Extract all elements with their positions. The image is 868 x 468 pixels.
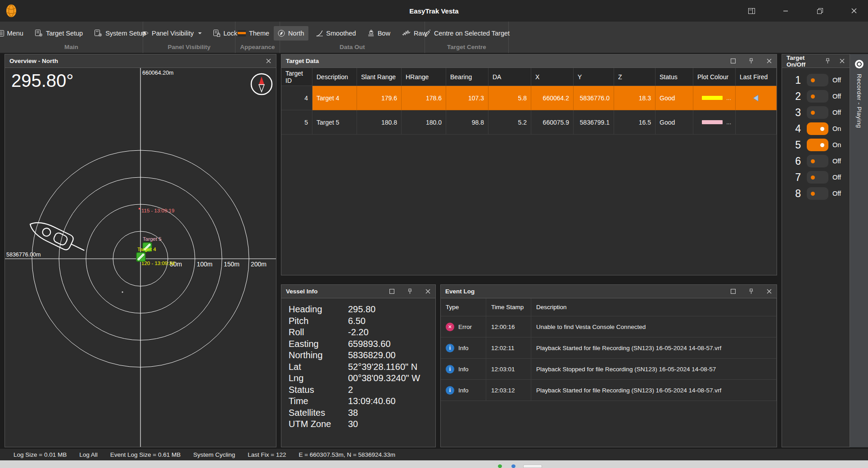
cell-y[interactable]: 5836776.0: [574, 86, 614, 110]
event-description[interactable]: Unable to find Vesta Console Connected: [531, 316, 777, 338]
pin-icon[interactable]: [824, 58, 831, 64]
centre-on-selected-target-button[interactable]: Centre on Selected Target: [420, 26, 514, 40]
restore-icon[interactable]: [816, 7, 824, 15]
cell-bearing[interactable]: 107.3: [446, 86, 488, 110]
event-type[interactable]: iInfo: [441, 380, 486, 401]
target-1-toggle[interactable]: [807, 74, 828, 86]
target-setup-button[interactable]: Target Setup: [31, 26, 87, 40]
north-toggle-button[interactable]: North: [274, 26, 308, 40]
pin-icon[interactable]: [748, 58, 754, 64]
taskbar-icon-blue[interactable]: [511, 464, 515, 468]
col-header-slant-range[interactable]: Slant Range: [357, 68, 402, 86]
event-type[interactable]: ✕Error: [441, 316, 486, 338]
event-time[interactable]: 12:03:01: [486, 359, 531, 380]
cell-last-fired[interactable]: [736, 86, 777, 110]
menu-button[interactable]: Menu: [0, 26, 27, 40]
event-time[interactable]: 12:02:11: [486, 338, 531, 359]
vessel-info-list: Heading295.80 Pitch6.50 Roll-2.20 Eastin…: [281, 298, 435, 430]
cell-description[interactable]: Target 5: [312, 110, 357, 135]
easting-line-label: 660064.20m: [142, 70, 174, 76]
cell-status[interactable]: Good: [656, 110, 693, 135]
col-header-last-fired[interactable]: Last Fired: [736, 68, 777, 86]
target-onoff-panel-header[interactable]: Target On/Off: [782, 54, 850, 68]
event-log-panel-title: Event Log: [445, 288, 475, 295]
target-6-toggle[interactable]: [807, 155, 828, 167]
overview-plot-area[interactable]: 295.80° 660064.20m 5836776.00m 50m 100m …: [5, 68, 276, 447]
col-header-z[interactable]: Z: [614, 68, 656, 86]
cell-description[interactable]: Target 4: [312, 86, 357, 110]
col-header-plot-colour[interactable]: Plot Colour: [693, 68, 736, 86]
target-4-marker[interactable]: [136, 252, 145, 261]
col-header-status[interactable]: Status: [656, 68, 693, 86]
event-description[interactable]: Playback Started for file Recording (SN1…: [531, 380, 777, 401]
close-icon[interactable]: [265, 58, 271, 64]
cell-last-fired[interactable]: [736, 110, 777, 135]
cell-x[interactable]: 660064.2: [531, 86, 574, 110]
cell-slant-range[interactable]: 180.8: [357, 110, 402, 135]
event-time[interactable]: 12:03:12: [486, 380, 531, 401]
event-log-panel-header[interactable]: Event Log: [441, 285, 777, 298]
close-icon[interactable]: [839, 58, 845, 64]
pin-icon[interactable]: [407, 288, 413, 295]
plot-colour-ellipsis-button[interactable]: ...: [723, 119, 731, 126]
cell-da[interactable]: 5.8: [488, 86, 531, 110]
panel-visibility-button[interactable]: Panel Visibility: [137, 26, 206, 40]
bow-toggle-button[interactable]: Bow: [364, 26, 394, 40]
target-7-toggle[interactable]: [807, 171, 828, 184]
maximize-icon[interactable]: [730, 58, 736, 64]
cell-z[interactable]: 16.5: [614, 110, 656, 135]
target-4-toggle[interactable]: [807, 122, 828, 135]
status-position: E = 660307.53m, N = 5836924.33m: [298, 451, 395, 458]
event-description[interactable]: Playback Stopped for file Recording (SN1…: [531, 359, 777, 380]
recorder-tab[interactable]: Recorder - Playing: [850, 54, 868, 447]
overview-panel-header[interactable]: Overview - North: [5, 54, 276, 68]
target-2-toggle[interactable]: [807, 90, 828, 103]
plot-colour-ellipsis-button[interactable]: ...: [723, 94, 731, 101]
col-header-bearing[interactable]: Bearing: [446, 68, 488, 86]
target-5-toggle[interactable]: [807, 139, 828, 151]
col-header-description[interactable]: Description: [312, 68, 357, 86]
cell-x[interactable]: 660075.9: [531, 110, 574, 135]
minimize-icon[interactable]: [782, 7, 790, 15]
cell-hrange[interactable]: 178.6: [402, 86, 446, 110]
col-header-description[interactable]: Description: [531, 298, 777, 316]
cell-z[interactable]: 18.3: [614, 86, 656, 110]
col-header-target-id[interactable]: Target ID: [281, 68, 312, 86]
event-time[interactable]: 12:00:16: [486, 316, 531, 338]
taskbar-icon-window[interactable]: [523, 464, 542, 468]
pin-icon[interactable]: [748, 288, 754, 295]
dock-layout-icon[interactable]: [747, 7, 755, 15]
taskbar-icon-green[interactable]: [498, 464, 502, 468]
cell-status[interactable]: Good: [656, 86, 693, 110]
col-header-hrange[interactable]: HRange: [402, 68, 446, 86]
col-header-x[interactable]: X: [531, 68, 574, 86]
cell-plot-colour[interactable]: ...: [693, 110, 736, 135]
cell-target-id[interactable]: 4: [281, 86, 312, 110]
cell-slant-range[interactable]: 179.6: [357, 86, 402, 110]
cell-hrange[interactable]: 180.0: [402, 110, 446, 135]
event-type[interactable]: iInfo: [441, 359, 486, 380]
maximize-icon[interactable]: [730, 288, 736, 295]
cell-target-id[interactable]: 5: [281, 110, 312, 135]
cell-da[interactable]: 5.2: [488, 110, 531, 135]
target-8-toggle[interactable]: [807, 187, 828, 200]
close-icon[interactable]: [766, 288, 772, 295]
event-type[interactable]: iInfo: [441, 338, 486, 359]
vessel-info-panel-header[interactable]: Vessel Info: [281, 285, 435, 298]
cell-plot-colour[interactable]: ...: [693, 86, 736, 110]
target-3-toggle[interactable]: [807, 106, 828, 119]
maximize-icon[interactable]: [389, 288, 395, 295]
smoothed-toggle-button[interactable]: Smoothed: [312, 26, 360, 40]
col-header-time-stamp[interactable]: Time Stamp: [486, 298, 531, 316]
close-window-icon[interactable]: [850, 7, 858, 15]
col-header-y[interactable]: Y: [574, 68, 614, 86]
col-header-type[interactable]: Type: [441, 298, 486, 316]
cell-bearing[interactable]: 98.8: [446, 110, 488, 135]
close-icon[interactable]: [766, 58, 772, 64]
event-description[interactable]: Playback Started for file Recording (SN1…: [531, 338, 777, 359]
target-data-panel-header[interactable]: Target Data: [281, 54, 777, 68]
close-icon[interactable]: [425, 288, 431, 295]
col-header-da[interactable]: DA: [488, 68, 531, 86]
cell-y[interactable]: 5836799.1: [574, 110, 614, 135]
field-value: 295.80: [348, 304, 435, 315]
